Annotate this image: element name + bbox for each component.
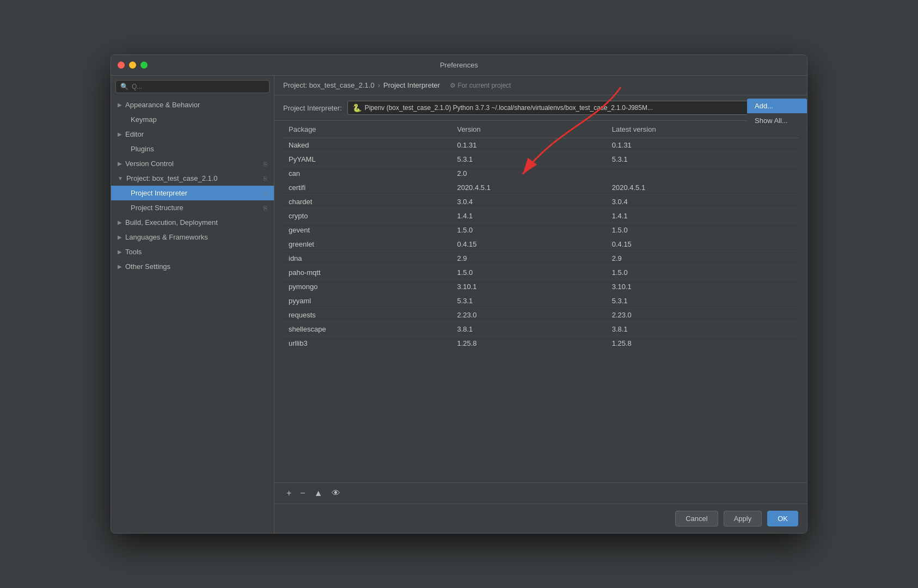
cell-package: chardet bbox=[283, 195, 451, 209]
sidebar-item-editor[interactable]: ▶ Editor bbox=[111, 127, 274, 142]
sidebar-item-label: Project Structure bbox=[131, 204, 183, 212]
table-row[interactable]: pyyaml5.3.15.3.1 bbox=[283, 294, 798, 308]
sidebar-item-label: Other Settings bbox=[125, 262, 170, 271]
cell-version: 2.9 bbox=[451, 252, 606, 266]
expand-icon: ▶ bbox=[118, 161, 122, 167]
copy-icon: ⎘ bbox=[264, 161, 267, 167]
sidebar-item-label: Editor bbox=[125, 130, 144, 138]
cell-latest: 0.4.15 bbox=[607, 237, 798, 252]
sidebar-item-plugins[interactable]: Plugins bbox=[111, 142, 274, 156]
table-row[interactable]: pymongo3.10.13.10.1 bbox=[283, 280, 798, 294]
cell-latest: 3.10.1 bbox=[607, 280, 798, 294]
sidebar-item-other-settings[interactable]: ▶ Other Settings bbox=[111, 259, 274, 274]
sidebar-item-project-interpreter[interactable]: Project Interpreter ⎘ bbox=[111, 186, 274, 200]
table-row[interactable]: shellescape3.8.13.8.1 bbox=[283, 322, 798, 336]
title-bar: Preferences bbox=[111, 55, 807, 76]
main-panel: Project: box_test_case_2.1.0 › Project I… bbox=[274, 76, 807, 533]
table-row[interactable]: can2.0 bbox=[283, 167, 798, 181]
close-button[interactable] bbox=[118, 62, 125, 69]
cell-latest: 2.9 bbox=[607, 252, 798, 266]
breadcrumb: Project: box_test_case_2.1.0 › Project I… bbox=[274, 76, 807, 95]
cell-latest: 1.5.0 bbox=[607, 223, 798, 237]
table-row[interactable]: chardet3.0.43.0.4 bbox=[283, 195, 798, 209]
breadcrumb-current: Project Interpreter bbox=[383, 81, 440, 89]
breadcrumb-project: Project: box_test_case_2.1.0 bbox=[283, 81, 375, 89]
table-container: Package Version Latest version Naked0.1.… bbox=[274, 121, 807, 482]
sidebar-item-version-control[interactable]: ▶ Version Control ⎘ bbox=[111, 156, 274, 171]
remove-package-button[interactable]: − bbox=[297, 487, 308, 499]
cell-version: 2.0 bbox=[451, 167, 606, 181]
add-menu: Add... Show All... bbox=[747, 99, 807, 128]
sidebar-item-languages-frameworks[interactable]: ▶ Languages & Frameworks bbox=[111, 230, 274, 244]
package-table: Package Version Latest version Naked0.1.… bbox=[283, 121, 798, 351]
sidebar-item-project-structure[interactable]: Project Structure ⎘ bbox=[111, 200, 274, 215]
cell-package: gevent bbox=[283, 223, 451, 237]
sidebar: 🔍 ▶ Appearance & Behavior Keymap ▶ Edito… bbox=[111, 76, 274, 533]
maximize-button[interactable] bbox=[140, 62, 148, 69]
add-package-button[interactable]: + bbox=[283, 487, 295, 499]
apply-button[interactable]: Apply bbox=[724, 511, 762, 526]
preferences-window: Preferences 🔍 ▶ Appearance & Behavior Ke… bbox=[111, 54, 807, 534]
col-package: Package bbox=[283, 121, 451, 138]
search-input[interactable] bbox=[132, 83, 265, 90]
cell-package: Naked bbox=[283, 138, 451, 152]
cell-version: 5.3.1 bbox=[451, 152, 606, 167]
sidebar-item-label: Tools bbox=[125, 248, 142, 256]
cell-latest: 3.8.1 bbox=[607, 322, 798, 336]
cell-version: 3.10.1 bbox=[451, 280, 606, 294]
cell-version: 0.4.15 bbox=[451, 237, 606, 252]
sidebar-item-label: Plugins bbox=[131, 145, 154, 153]
table-header-row: Package Version Latest version bbox=[283, 121, 798, 138]
table-row[interactable]: certifi2020.4.5.12020.4.5.1 bbox=[283, 181, 798, 195]
eye-package-button[interactable]: 👁 bbox=[328, 487, 344, 499]
table-row[interactable]: PyYAML5.3.15.3.1 bbox=[283, 152, 798, 167]
ok-button[interactable]: OK bbox=[767, 511, 798, 526]
sidebar-item-appearance-behavior[interactable]: ▶ Appearance & Behavior bbox=[111, 97, 274, 112]
sidebar-item-label: Keymap bbox=[131, 115, 157, 124]
table-row[interactable]: greenlet0.4.150.4.15 bbox=[283, 237, 798, 252]
bottom-bar: Cancel Apply OK bbox=[274, 504, 807, 533]
cell-package: greenlet bbox=[283, 237, 451, 252]
col-version: Version bbox=[451, 121, 606, 138]
cell-latest: 1.4.1 bbox=[607, 209, 798, 223]
sidebar-item-label: Version Control bbox=[125, 160, 174, 168]
search-box[interactable]: 🔍 bbox=[115, 80, 270, 93]
table-row[interactable]: gevent1.5.01.5.0 bbox=[283, 223, 798, 237]
up-package-button[interactable]: ▲ bbox=[311, 487, 326, 499]
cell-latest: 5.3.1 bbox=[607, 152, 798, 167]
table-row[interactable]: requests2.23.02.23.0 bbox=[283, 308, 798, 322]
cell-version: 3.8.1 bbox=[451, 322, 606, 336]
sidebar-item-label: Project Interpreter bbox=[131, 189, 187, 197]
sidebar-item-label: Project: box_test_case_2.1.0 bbox=[126, 174, 218, 182]
table-row[interactable]: crypto1.4.11.4.1 bbox=[283, 209, 798, 223]
cell-latest bbox=[607, 167, 798, 181]
cell-latest: 3.0.4 bbox=[607, 195, 798, 209]
sidebar-item-build-execution[interactable]: ▶ Build, Execution, Deployment bbox=[111, 215, 274, 230]
expand-icon: ▶ bbox=[118, 131, 122, 137]
cell-package: pyyaml bbox=[283, 294, 451, 308]
expand-icon: ▶ bbox=[118, 102, 122, 108]
cell-version: 3.0.4 bbox=[451, 195, 606, 209]
add-menu-item-show-all[interactable]: Show All... bbox=[747, 113, 807, 128]
copy-icon: ⎘ bbox=[264, 175, 267, 182]
sidebar-item-keymap[interactable]: Keymap bbox=[111, 112, 274, 127]
sidebar-item-tools[interactable]: ▶ Tools bbox=[111, 244, 274, 259]
cell-latest: 2020.4.5.1 bbox=[607, 181, 798, 195]
cell-latest: 2.23.0 bbox=[607, 308, 798, 322]
table-row[interactable]: urllib31.25.81.25.8 bbox=[283, 336, 798, 351]
sidebar-item-label: Languages & Frameworks bbox=[125, 233, 208, 241]
cancel-button[interactable]: Cancel bbox=[675, 511, 718, 526]
expand-icon: ▶ bbox=[118, 219, 122, 225]
expand-icon: ▶ bbox=[118, 264, 122, 270]
expand-icon: ▼ bbox=[118, 175, 123, 181]
add-menu-item-add[interactable]: Add... bbox=[747, 99, 807, 113]
nav-items: ▶ Appearance & Behavior Keymap ▶ Editor … bbox=[111, 97, 274, 533]
table-row[interactable]: paho-mqtt1.5.01.5.0 bbox=[283, 266, 798, 280]
interpreter-select[interactable]: 🐍 Pipenv (box_test_case_2.1.0) Python 3.… bbox=[347, 101, 798, 115]
window-title: Preferences bbox=[440, 61, 478, 69]
cell-package: PyYAML bbox=[283, 152, 451, 167]
table-row[interactable]: idna2.92.9 bbox=[283, 252, 798, 266]
minimize-button[interactable] bbox=[129, 62, 136, 69]
table-row[interactable]: Naked0.1.310.1.31 bbox=[283, 138, 798, 152]
sidebar-item-project[interactable]: ▼ Project: box_test_case_2.1.0 ⎘ bbox=[111, 171, 274, 186]
